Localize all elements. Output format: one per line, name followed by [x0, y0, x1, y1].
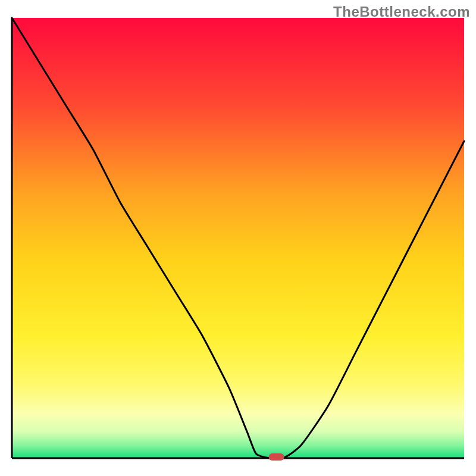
- bottleneck-chart: [0, 0, 476, 476]
- minimum-marker: [269, 453, 284, 461]
- chart-stage: TheBottleneck.com: [0, 0, 476, 476]
- plot-background: [12, 18, 464, 458]
- watermark-text: TheBottleneck.com: [333, 4, 470, 20]
